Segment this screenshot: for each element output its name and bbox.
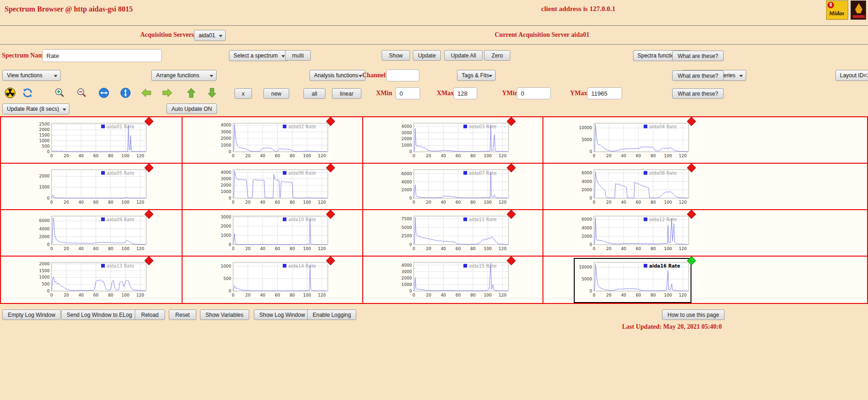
svg-text:0: 0	[228, 196, 231, 200]
svg-text:2000: 2000	[401, 188, 412, 192]
linear-button[interactable]: linear	[332, 88, 361, 99]
spectrum-grid: 02040608010012005001000150020002500aida0…	[0, 116, 868, 304]
svg-text:120: 120	[499, 246, 507, 251]
spectrum-chart-aida12[interactable]: 0204060801001200200040006000aida12 Rate	[575, 212, 691, 256]
send-log-to-elog-button[interactable]: Send Log Window to ELog	[61, 309, 137, 320]
arrow-left-icon[interactable]	[141, 87, 152, 98]
svg-text:60: 60	[636, 293, 641, 297]
spectrum-panel-aida12[interactable]: 0204060801001200200040006000aida12 Rate	[543, 210, 867, 257]
spectrum-panel-aida08[interactable]: 0204060801001200200040006000aida08 Rate	[543, 164, 867, 210]
svg-text:80: 80	[470, 154, 476, 158]
spectrum-panel-aida11[interactable]: 0204060801001200250050007500aida11 Rate	[363, 210, 543, 257]
empty-log-window-button[interactable]: Empty Log Window	[2, 309, 61, 320]
arrow-up-icon[interactable]	[186, 87, 197, 98]
zoom-in-icon[interactable]	[54, 87, 65, 98]
svg-text:120: 120	[499, 200, 507, 205]
spectrum-panel-aida14[interactable]: 02040608010012005001000aida14 Rate	[183, 257, 363, 303]
svg-text:100: 100	[121, 293, 129, 297]
x-axis-button[interactable]: x	[234, 88, 252, 99]
spectrum-chart-aida13[interactable]: 0204060801001200500100015002000aida13 Ra…	[32, 259, 148, 302]
analysis-functions-dropdown[interactable]: Analysis functions	[309, 70, 365, 81]
spectrum-panel-aida04[interactable]: 0204060801001200500010000aida04 Rate	[543, 117, 867, 164]
svg-text:120: 120	[137, 200, 144, 205]
ymax-input[interactable]	[587, 87, 622, 99]
spectrum-name-input[interactable]	[42, 49, 162, 62]
update-button[interactable]: Update	[413, 50, 441, 61]
spectrum-panel-aida13[interactable]: 0204060801001200500100015002000aida13 Ra…	[1, 257, 183, 303]
spectrum-panel-aida07[interactable]: 0204060801001200200040006000aida07 Rate	[363, 164, 543, 210]
view-functions-dropdown[interactable]: View functions	[2, 70, 61, 81]
radiation-icon[interactable]	[5, 87, 16, 98]
spectrum-panel-aida01[interactable]: 02040608010012005001000150020002500aida0…	[1, 117, 183, 164]
what-are-these-button-3[interactable]: What are these?	[672, 88, 724, 99]
spectrum-panel-aida02[interactable]: 02040608010012001000200030004000aida02 R…	[183, 117, 363, 164]
ymin-input[interactable]	[517, 87, 551, 99]
arrow-right-icon[interactable]	[162, 87, 173, 98]
spectrum-chart-aida03[interactable]: 02040608010012001000200030004000aida03 R…	[394, 120, 510, 163]
spectrum-panel-aida06[interactable]: 02040608010012001000200030004000aida06 R…	[183, 164, 363, 210]
refresh-icon[interactable]	[22, 87, 33, 98]
reset-button[interactable]: Reset	[169, 309, 196, 320]
how-to-use-button[interactable]: How to use this page	[662, 309, 725, 320]
spectrum-chart-aida01[interactable]: 02040608010012005001000150020002500aida0…	[32, 120, 148, 163]
layout-id-dropdown[interactable]: Layout ID=1	[835, 70, 868, 81]
channel-input[interactable]	[386, 69, 419, 81]
tags-fits-dropdown[interactable]: Tags & Fits	[457, 70, 496, 81]
zero-button[interactable]: Zero	[484, 50, 510, 61]
svg-text:20: 20	[63, 293, 69, 297]
ymax-label: YMax	[570, 90, 587, 97]
spectrum-chart-aida06[interactable]: 02040608010012001000200030004000aida06 R…	[214, 166, 330, 209]
spectrum-chart-aida07[interactable]: 0204060801001200200040006000aida07 Rate	[394, 166, 510, 209]
spectrum-chart-aida08[interactable]: 0204060801001200200040006000aida08 Rate	[575, 166, 691, 209]
spectrum-panel-aida16[interactable]: 0204060801001200500010000aida16 Rate	[543, 257, 867, 303]
svg-text:120: 120	[137, 246, 144, 251]
spectrum-panel-aida10[interactable]: 0204060801001200100020003000aida10 Rate	[183, 210, 363, 257]
expand-y-icon[interactable]	[120, 87, 131, 98]
arrow-down-icon[interactable]	[206, 87, 217, 98]
spectrum-chart-aida16[interactable]: 0204060801001200500010000aida16 Rate	[575, 259, 691, 302]
svg-text:120: 120	[499, 293, 507, 297]
what-are-these-button-2[interactable]: What are these?	[672, 70, 724, 81]
xmin-label: XMin	[376, 90, 392, 97]
spectrum-chart-aida05[interactable]: 020406080100120010002000aida05 Rate	[32, 166, 148, 209]
svg-text:40: 40	[79, 246, 84, 251]
xmin-input[interactable]	[395, 87, 420, 99]
midas-logo-icon: 8 Midas	[826, 0, 848, 20]
spectrum-chart-aida10[interactable]: 0204060801001200100020003000aida10 Rate	[214, 212, 330, 256]
svg-text:60: 60	[636, 154, 641, 158]
svg-text:0: 0	[593, 246, 595, 251]
multi-button[interactable]: multi	[285, 50, 311, 61]
spectrum-panel-aida15[interactable]: 02040608010012001000200030004000aida15 R…	[363, 257, 543, 303]
spectrum-chart-aida15[interactable]: 02040608010012001000200030004000aida15 R…	[394, 259, 510, 302]
expand-x-icon[interactable]	[98, 87, 109, 98]
spectrum-chart-aida02[interactable]: 02040608010012001000200030004000aida02 R…	[214, 120, 330, 163]
select-spectrum-dropdown[interactable]: Select a spectrum	[229, 50, 288, 61]
show-variables-button[interactable]: Show Variables	[200, 309, 249, 320]
all-button[interactable]: all	[303, 88, 326, 99]
xmax-input[interactable]	[453, 87, 477, 99]
midas-8ball-icon: 8	[828, 2, 834, 8]
what-are-these-button-1[interactable]: What are these?	[672, 51, 724, 61]
svg-text:2500: 2500	[39, 122, 50, 126]
update-all-button[interactable]: Update All	[444, 50, 483, 61]
spectrum-panel-aida05[interactable]: 020406080100120010002000aida05 Rate	[1, 164, 183, 210]
chevron-down-icon	[489, 75, 492, 79]
update-rate-dropdown[interactable]: Update Rate (8 secs)	[2, 103, 69, 114]
show-button[interactable]: Show	[382, 50, 410, 61]
enable-logging-button[interactable]: Enable Logging	[307, 309, 356, 320]
show-log-window-button[interactable]: Show Log Window	[254, 309, 310, 320]
spectrum-chart-aida11[interactable]: 0204060801001200250050007500aida11 Rate	[394, 212, 510, 256]
spectrum-panel-aida03[interactable]: 02040608010012001000200030004000aida03 R…	[363, 117, 543, 164]
zoom-out-icon[interactable]	[76, 87, 87, 98]
spectrum-chart-aida04[interactable]: 0204060801001200500010000aida04 Rate	[575, 120, 691, 163]
new-button[interactable]: new	[263, 88, 289, 99]
reload-button[interactable]: Reload	[135, 309, 165, 320]
auto-update-button[interactable]: Auto Update ON	[166, 103, 217, 114]
spectrum-chart-aida09[interactable]: 0204060801001200200040006000aida09 Rate	[32, 212, 148, 256]
svg-text:40: 40	[441, 200, 446, 205]
acquisition-server-select[interactable]: aida01	[194, 30, 226, 41]
spectrum-panel-aida09[interactable]: 0204060801001200200040006000aida09 Rate	[1, 210, 183, 257]
spectrum-chart-aida14[interactable]: 02040608010012005001000aida14 Rate	[214, 259, 330, 302]
chevron-down-icon	[359, 75, 362, 79]
arrange-functions-dropdown[interactable]: Arrange functions	[151, 70, 217, 81]
